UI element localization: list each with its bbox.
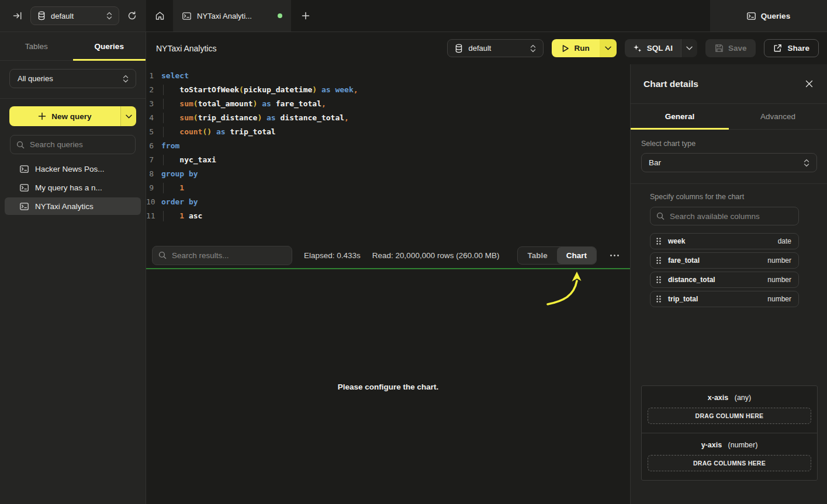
queries-button-label: Queries	[761, 12, 790, 20]
save-label: Save	[728, 44, 747, 53]
indent-guide	[163, 113, 164, 123]
sidebar-tab-tables[interactable]: Tables	[0, 32, 73, 60]
sql-ai-caret[interactable]	[681, 39, 697, 57]
run-button[interactable]: Run	[552, 39, 599, 57]
line-number: 3	[146, 97, 161, 111]
home-icon	[155, 11, 165, 20]
query-filter-dropdown[interactable]: All queries	[9, 69, 136, 88]
toolbar-database-value: default	[468, 44, 491, 53]
line-number: 1	[146, 69, 161, 83]
indent-guide	[163, 155, 164, 165]
y-axis-drop-zone[interactable]: DRAG COLUMNS HERE	[648, 455, 811, 471]
query-list-item[interactable]: My query has a n...	[5, 179, 141, 196]
code-line: 3 sum(total_amount) as fare_total,	[146, 97, 630, 111]
search-columns-input[interactable]	[670, 212, 793, 221]
share-button[interactable]: Share	[764, 39, 819, 57]
column-chip[interactable]: weekdate	[650, 233, 799, 249]
column-chip[interactable]: distance_totalnumber	[650, 272, 799, 288]
chevron-updown-icon	[123, 75, 129, 83]
refresh-icon[interactable]	[127, 11, 137, 20]
page-title: NYTaxi Analytics	[156, 44, 216, 53]
code-line: 10order by	[146, 195, 630, 209]
tab-general[interactable]: General	[631, 104, 729, 129]
chevron-updown-icon	[106, 12, 112, 20]
queries-button[interactable]: Queries	[747, 12, 790, 20]
more-options-icon[interactable]	[608, 252, 621, 259]
run-options-caret[interactable]	[600, 39, 617, 57]
column-type: number	[767, 256, 791, 265]
axes-config-box: x-axis (any) DRAG COLUMN HERE y-axis (nu…	[641, 385, 818, 481]
new-query-caret[interactable]	[120, 106, 136, 126]
chart-details-panel: Chart details General Advanced Select ch…	[630, 64, 827, 504]
results-bar: Elapsed: 0.433s Read: 20,000,000 rows (2…	[146, 242, 630, 268]
sparkle-icon	[633, 44, 642, 53]
column-chip[interactable]: trip_totalnumber	[650, 291, 799, 307]
code-line: 4 sum(trip_distance) as distance_total,	[146, 111, 630, 125]
chart-area: Please configure the chart.	[146, 269, 630, 504]
table-view-button[interactable]: Table	[518, 247, 556, 264]
active-query-tab[interactable]: NYTaxi Analyti...	[174, 0, 291, 32]
query-list-item[interactable]: NYTaxi Analytics	[5, 197, 141, 215]
plus-icon	[302, 12, 310, 20]
save-button[interactable]: Save	[705, 39, 756, 57]
search-icon	[16, 141, 25, 149]
line-number: 10	[146, 195, 161, 209]
sql-ai-button-group: SQL AI	[625, 39, 697, 57]
chart-type-select[interactable]: Bar	[641, 153, 817, 172]
collapse-sidebar-icon[interactable]	[13, 11, 22, 20]
search-queries-box	[10, 135, 136, 154]
sql-editor[interactable]: 1select2 toStartOfWeek(pickup_datetime) …	[146, 64, 630, 242]
sidebar-tab-queries[interactable]: Queries	[73, 32, 146, 60]
x-axis-drop-zone[interactable]: DRAG COLUMN HERE	[648, 408, 811, 424]
chevron-down-icon	[605, 46, 611, 50]
new-tab-button[interactable]	[291, 0, 320, 32]
indent-guide	[163, 211, 164, 221]
sidebar: Tables Queries All queries New query Hac…	[0, 32, 146, 504]
sql-ai-label: SQL AI	[647, 44, 673, 53]
query-icon	[20, 203, 29, 210]
query-filter-value: All queries	[18, 74, 53, 83]
line-number: 2	[146, 83, 161, 97]
tab-advanced[interactable]: Advanced	[729, 104, 827, 129]
drag-handle-icon[interactable]	[656, 276, 662, 284]
chart-view-button[interactable]: Chart	[557, 247, 596, 264]
play-icon	[562, 44, 569, 53]
home-tab[interactable]	[146, 0, 174, 32]
code-line: 8group by	[146, 167, 630, 181]
search-icon	[656, 212, 665, 220]
toolbar-database-selector[interactable]: default	[447, 39, 544, 57]
column-type: number	[767, 276, 791, 284]
query-list-item[interactable]: Hacker News Pos...	[5, 160, 141, 178]
code-line: 11 1 asc	[146, 209, 630, 223]
drag-handle-icon[interactable]	[656, 256, 662, 265]
close-icon[interactable]	[803, 78, 815, 90]
sql-ai-button[interactable]: SQL AI	[625, 39, 681, 57]
annotation-arrow	[545, 270, 587, 307]
panel-title: Chart details	[643, 79, 698, 89]
save-icon	[715, 44, 724, 53]
line-number: 11	[146, 209, 161, 223]
read-stat: Read: 20,000,000 rows (260.00 MB)	[372, 251, 500, 260]
search-results-input[interactable]	[172, 251, 286, 260]
topbar-database-selector[interactable]: default	[30, 6, 119, 25]
column-chip[interactable]: fare_totalnumber	[650, 252, 799, 269]
query-list: Hacker News Pos...My query has a n...NYT…	[0, 160, 146, 215]
new-query-main[interactable]: New query	[9, 106, 120, 126]
column-type: date	[778, 237, 791, 245]
plus-icon	[38, 112, 46, 120]
run-label: Run	[574, 44, 589, 53]
search-queries-input[interactable]	[30, 140, 129, 149]
line-number: 4	[146, 111, 161, 125]
tab-strip: NYTaxi Analyti...	[146, 0, 710, 32]
indent-guide	[163, 127, 164, 137]
search-icon	[158, 251, 167, 259]
drag-handle-icon[interactable]	[656, 237, 662, 245]
query-icon	[20, 184, 29, 192]
y-axis-section: y-axis (number) DRAG COLUMNS HERE	[642, 433, 817, 480]
view-toggle: Table Chart	[517, 246, 597, 265]
drag-handle-icon[interactable]	[656, 295, 662, 303]
sidebar-divider	[0, 98, 146, 99]
line-number: 5	[146, 125, 161, 139]
query-icon	[747, 12, 756, 20]
topbar-right: Queries	[710, 0, 827, 32]
